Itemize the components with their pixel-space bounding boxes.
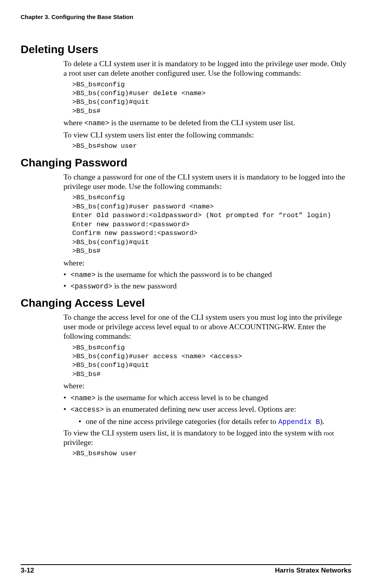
text: where <box>63 118 84 127</box>
heading-deleting-users: Deleting Users <box>21 43 351 56</box>
inline-code: <access> <box>71 406 104 414</box>
text: is the username to be deleted from the C… <box>109 118 295 127</box>
list-item: <name> is the username for which the pas… <box>63 270 351 280</box>
section-body-changing-password: To change a password for one of the CLI … <box>63 172 351 291</box>
text: is the username for which the password i… <box>96 270 272 279</box>
text: privilege: <box>63 438 93 447</box>
paragraph: To change a password for one of the CLI … <box>63 172 351 191</box>
list-item: one of the nine access privilege categor… <box>79 417 351 427</box>
bullet-list: <name> is the username for which the pas… <box>63 270 351 291</box>
text: To view the CLI system users list, it is… <box>63 429 324 437</box>
list-item: <name> is the username for which access … <box>63 393 351 403</box>
code-block: >BS_bs#show user <box>72 449 351 458</box>
code-block: >BS_bs#config >BS_bs(config)#user passwo… <box>72 193 351 256</box>
list-item: <password> is the new password <box>63 281 351 291</box>
paragraph: where: <box>63 381 351 391</box>
inline-code: <name> <box>71 271 96 279</box>
code-block: >BS_bs#config >BS_bs(config)#user delete… <box>72 80 351 116</box>
section-body-changing-access-level: To change the access level for one of th… <box>63 313 351 458</box>
running-header: Chapter 3. Configuring the Base Station <box>21 13 351 20</box>
code-block: >BS_bs#show user <box>72 142 351 151</box>
paragraph: To change the access level for one of th… <box>63 313 351 341</box>
paragraph: To view CLI system users list enter the … <box>63 130 351 140</box>
section-body-deleting-users: To delete a CLI system user it is mandat… <box>63 59 351 151</box>
paragraph: where <name> is the username to be delet… <box>63 118 351 128</box>
inline-code: <name> <box>84 119 109 127</box>
page-number: 3-12 <box>21 567 34 575</box>
inline-code: <password> <box>71 283 112 290</box>
heading-changing-access-level: Changing Access Level <box>21 297 351 309</box>
bullet-sublist: one of the nine access privilege categor… <box>79 417 351 427</box>
text: ). <box>320 417 324 426</box>
text: is the new password <box>112 282 176 290</box>
heading-changing-password: Changing Password <box>21 157 351 169</box>
page: Chapter 3. Configuring the Base Station … <box>0 0 372 588</box>
text: one of the nine access privilege categor… <box>86 417 278 426</box>
footer-rule <box>21 564 351 565</box>
text: is an enumerated defining new user acces… <box>104 405 296 413</box>
bullet-list: <name> is the username for which access … <box>63 393 351 427</box>
list-item: <access> is an enumerated defining new u… <box>63 405 351 427</box>
text: is the username for which access level i… <box>96 393 268 402</box>
page-footer: 3-12 Harris Stratex Networks <box>21 564 351 575</box>
paragraph: To view the CLI system users list, it is… <box>63 428 351 447</box>
footer-row: 3-12 Harris Stratex Networks <box>21 567 351 575</box>
appendix-b-link[interactable]: Appendix B <box>278 418 320 426</box>
paragraph: To delete a CLI system user it is mandat… <box>63 59 351 78</box>
inline-code: <name> <box>71 394 96 402</box>
footer-company: Harris Stratex Networks <box>275 567 351 575</box>
paragraph: where: <box>63 258 351 268</box>
text-root: root <box>324 430 334 437</box>
code-block: >BS_bs#config >BS_bs(config)#user access… <box>72 344 351 379</box>
